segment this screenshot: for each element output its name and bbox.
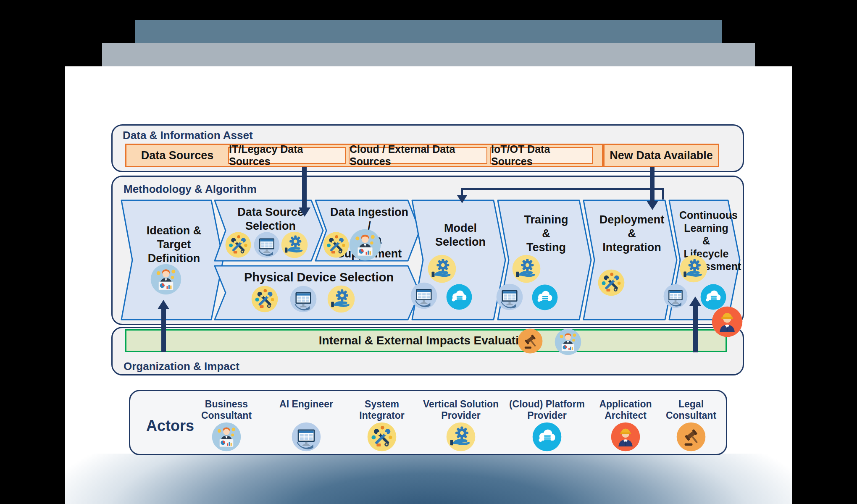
feedback-arrow-head xyxy=(457,195,467,203)
step-label: Deployment & Integration xyxy=(595,213,668,255)
actor-name: Vertical Solution Provider xyxy=(423,399,499,422)
monitor-icon xyxy=(290,286,317,312)
feedback-line-left-drop xyxy=(461,189,463,196)
arrow-itlegacy-to-ingestion-head xyxy=(299,207,310,217)
slide-bottom-gradient xyxy=(65,454,792,504)
monitor-icon xyxy=(496,284,523,310)
arrow-evaluation-to-continuous-head xyxy=(689,297,701,306)
section-methodology-label: Methodology & Algorithm xyxy=(124,183,257,196)
analyst-icon xyxy=(150,264,181,295)
feedback-line-right-drop xyxy=(662,189,664,200)
tools-icon xyxy=(225,232,251,258)
top-slate-bar xyxy=(135,20,722,43)
actor-vertical-solution-provider: Vertical Solution Provider xyxy=(419,399,503,452)
data-sources-strip: Data Sources IT/Legacy Data Sources Clou… xyxy=(125,144,603,167)
gear-in-hand-icon xyxy=(428,255,456,283)
actor-business-consultant: Business Consultant xyxy=(184,399,268,452)
step-label: Model Selection xyxy=(424,221,497,249)
arrow-evaluation-to-ideation-head xyxy=(158,300,169,309)
cloud-icon xyxy=(532,284,558,310)
source-box-iot-ot: IoT/OT Data Sources xyxy=(490,147,593,164)
actor-ai-engineer: AI Engineer xyxy=(264,399,348,452)
actor-name: Application Architect xyxy=(599,399,652,422)
step-label: Training & Testing xyxy=(510,213,583,255)
monitor-icon xyxy=(410,282,437,309)
cloud-icon xyxy=(446,284,472,310)
architect-icon xyxy=(611,422,640,452)
actor-legal-consultant: Legal Consultant xyxy=(649,399,733,452)
arrow-evaluation-to-continuous-shaft xyxy=(693,305,698,352)
section-actors: Actors Business Consultant AI Engineer S… xyxy=(129,390,727,455)
step-label: Physical Device Selection xyxy=(226,270,411,285)
actor-name: (Cloud) Platform Provider xyxy=(509,399,585,422)
arrow-itlegacy-to-ingestion-shaft xyxy=(302,167,307,208)
gear-in-hand-icon xyxy=(327,285,355,313)
analyst-icon xyxy=(212,422,241,452)
actor-name: AI Engineer xyxy=(279,399,333,422)
gear-in-hand-icon xyxy=(512,255,541,283)
cloud-icon xyxy=(532,422,562,452)
top-gray-bar xyxy=(102,43,755,66)
analyst-icon xyxy=(555,328,581,355)
tools-icon xyxy=(367,422,397,452)
analyst-icon xyxy=(349,229,381,261)
actor-name: Legal Consultant xyxy=(666,399,716,422)
section-data-asset-label: Data & Information Asset xyxy=(123,129,253,142)
step-ideation-target-definition: Ideation & Target Definition xyxy=(121,200,224,320)
actor-cloud-platform-provider: (Cloud) Platform Provider xyxy=(505,399,589,452)
gear-in-hand-icon xyxy=(446,422,476,452)
gear-in-hand-icon xyxy=(281,231,308,258)
arrow-newdata-to-continuous-head xyxy=(647,201,658,210)
tools-icon xyxy=(323,232,349,258)
slide-canvas: Data & Information Asset Data Sources IT… xyxy=(0,0,857,504)
architect-icon xyxy=(712,306,743,337)
tools-icon xyxy=(251,286,278,312)
actor-name: System Integrator xyxy=(359,399,404,422)
gear-in-hand-icon xyxy=(680,255,707,283)
data-sources-label: Data Sources xyxy=(126,145,228,166)
arrow-evaluation-to-ideation-shaft xyxy=(161,309,166,352)
step-label: Ideation & Target Definition xyxy=(133,224,215,265)
monitor-icon xyxy=(292,422,321,452)
actor-name: Business Consultant xyxy=(201,399,252,422)
monitor-icon xyxy=(254,232,280,258)
feedback-line-horizontal xyxy=(461,188,664,190)
impacts-evaluation-bar: Internal & External Impacts Evaluation xyxy=(125,329,727,352)
impacts-evaluation-label: Internal & External Impacts Evaluation xyxy=(319,334,533,347)
source-box-cloud-external: Cloud / External Data Sources xyxy=(349,147,487,164)
tools-icon xyxy=(598,269,625,296)
source-box-it-legacy: IT/Legacy Data Sources xyxy=(228,147,346,164)
arrow-newdata-to-continuous-shaft xyxy=(650,167,655,202)
actor-system-integrator: System Integrator xyxy=(340,399,424,452)
step-physical-device-selection: Physical Device Selection xyxy=(214,265,421,320)
monitor-icon xyxy=(663,284,688,308)
new-data-available-box: New Data Available xyxy=(603,144,719,167)
gavel-icon xyxy=(676,422,706,452)
section-organization-label: Organization & Impact xyxy=(124,360,239,373)
gavel-icon xyxy=(518,328,543,354)
